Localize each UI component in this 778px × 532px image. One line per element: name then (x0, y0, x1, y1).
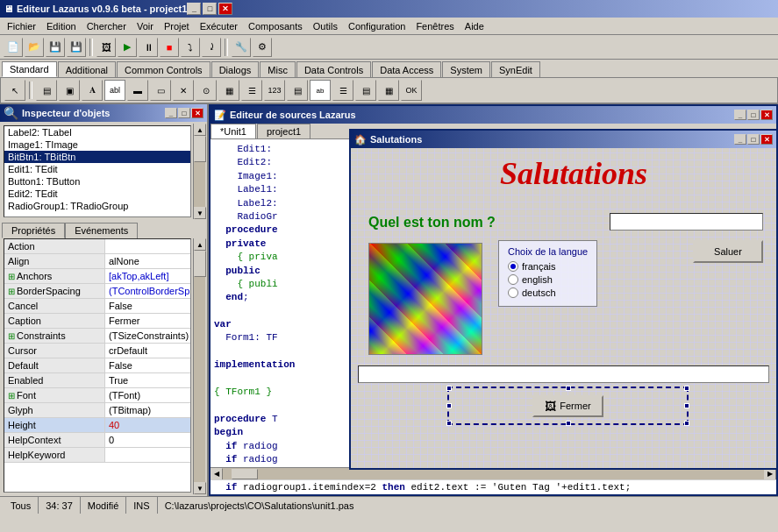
scroll-down[interactable]: ▼ (194, 207, 206, 219)
step-button[interactable]: ⤵ (181, 38, 200, 57)
comp-1[interactable]: ▤ (36, 80, 57, 101)
stop-button[interactable]: ■ (160, 38, 179, 57)
menu-configuration[interactable]: Configuration (343, 19, 410, 33)
close-button[interactable]: 🖼 Fermer (532, 395, 603, 417)
menu-outils[interactable]: Outils (308, 19, 343, 33)
tab-standard[interactable]: Standard (2, 61, 57, 77)
prop-helpkeyword-value[interactable] (105, 448, 190, 462)
tab-evenements[interactable]: Evénements (65, 223, 138, 238)
menu-projet[interactable]: Projet (159, 19, 195, 33)
tab-proprietes[interactable]: Propriétés (2, 223, 65, 238)
comp-17[interactable]: OK (401, 80, 422, 101)
menu-executer[interactable]: Exécuter (195, 19, 243, 33)
run-button[interactable]: ▶ (118, 38, 137, 57)
source-maximize[interactable]: □ (747, 110, 760, 120)
prop-glyph-value[interactable]: (TBitmap) (105, 403, 190, 417)
step-over-button[interactable]: ⤸ (202, 38, 221, 57)
comp-3[interactable]: 𝐀 (82, 80, 103, 101)
prop-cursor-value[interactable]: crDefault (105, 344, 190, 358)
tab-project1[interactable]: project1 (257, 124, 310, 138)
save-button[interactable]: 💾 (46, 38, 65, 57)
save-all-button[interactable]: 💾 (67, 38, 86, 57)
prop-caption-value[interactable]: Fermer (105, 314, 190, 328)
menu-voir[interactable]: Voir (132, 19, 159, 33)
new-button[interactable]: 📄 (4, 38, 23, 57)
props-scroll-down[interactable]: ▼ (194, 482, 206, 494)
comp-13[interactable]: ab (310, 80, 331, 101)
props-scrollbar[interactable]: ▲ ▼ (193, 238, 205, 494)
prop-height-value[interactable]: 40 (105, 418, 190, 432)
inspector-maximize[interactable]: □ (178, 108, 190, 118)
radio-francais[interactable]: français (508, 261, 588, 272)
toggle-form-button[interactable]: 🖼 (96, 38, 116, 57)
name-input[interactable] (610, 213, 763, 231)
menu-chercher[interactable]: Chercher (82, 19, 132, 33)
comp-4[interactable]: abl (104, 80, 125, 101)
comp-2[interactable]: ▣ (59, 80, 80, 101)
maximize-button[interactable]: □ (203, 3, 217, 15)
tab-misc[interactable]: Misc (260, 61, 296, 77)
radio-english[interactable]: english (508, 274, 588, 285)
obj-label2[interactable]: Label2: TLabel (4, 126, 190, 138)
radio-english-circle[interactable] (508, 274, 518, 285)
tab-synedit[interactable]: SynEdit (491, 61, 540, 77)
scroll-thumb[interactable] (194, 136, 206, 162)
tab-additional[interactable]: Additional (58, 61, 116, 77)
tab-data-controls[interactable]: Data Controls (296, 61, 371, 77)
prop-enabled-value[interactable]: True (105, 373, 190, 387)
form-maximize[interactable]: □ (747, 134, 760, 145)
menu-fichier[interactable]: Fichier (2, 19, 41, 33)
scroll-left[interactable]: ◀ (211, 468, 223, 480)
menu-fenetres[interactable]: Fenêtres (410, 19, 459, 33)
tab-data-access[interactable]: Data Access (372, 61, 441, 77)
cursor-icon[interactable]: ↖ (4, 80, 25, 101)
prop-action-value[interactable] (105, 239, 190, 253)
inspector-minimize[interactable]: _ (165, 108, 177, 118)
comp-10[interactable]: ☰ (241, 80, 262, 101)
comp-5[interactable]: ▬ (127, 80, 148, 101)
obj-bitbtn1[interactable]: BitBtn1: TBitBtn (4, 151, 190, 163)
comp-8[interactable]: ⊙ (196, 80, 217, 101)
tb-btn-8[interactable]: 🔧 (232, 38, 251, 57)
comp-16[interactable]: ▦ (378, 80, 399, 101)
radio-deutsch[interactable]: deutsch (508, 287, 588, 298)
prop-default-value[interactable]: False (105, 358, 190, 372)
prop-borderspacing-value[interactable]: (TControlBorderSp (105, 284, 190, 298)
object-list[interactable]: Label2: TLabel Image1: TImage BitBtn1: T… (4, 125, 191, 217)
props-scroll-thumb[interactable] (194, 251, 206, 277)
comp-11[interactable]: 123 (264, 80, 285, 101)
source-minimize[interactable]: _ (734, 110, 746, 120)
obj-edit1[interactable]: Edit1: TEdit (4, 163, 190, 175)
scroll-up[interactable]: ▲ (194, 124, 206, 136)
open-button[interactable]: 📂 (25, 38, 44, 57)
comp-14[interactable]: ☰ (332, 80, 353, 101)
prop-helpcontext-value[interactable]: 0 (105, 433, 190, 447)
inspector-close[interactable]: ✕ (191, 108, 203, 118)
tab-system[interactable]: System (442, 61, 490, 77)
obj-image1[interactable]: Image1: TImage (4, 138, 190, 151)
object-list-scrollbar[interactable]: ▲ ▼ (193, 124, 205, 219)
radio-francais-circle[interactable] (508, 261, 518, 272)
minimize-button[interactable]: _ (187, 3, 201, 15)
prop-align-value[interactable]: alNone (105, 254, 190, 268)
menu-edition[interactable]: Edition (41, 19, 82, 33)
tab-unit1[interactable]: *Unit1 (211, 124, 256, 138)
menu-aide[interactable]: Aide (460, 19, 489, 33)
comp-12[interactable]: ▤ (287, 80, 308, 101)
obj-edit2[interactable]: Edit2: TEdit (4, 188, 190, 200)
prop-cancel-value[interactable]: False (105, 299, 190, 313)
hscroll-thumb[interactable] (232, 469, 258, 479)
obj-radiogroup1[interactable]: RadioGroup1: TRadioGroup (4, 200, 190, 212)
form-minimize[interactable]: _ (734, 134, 746, 145)
pause-button[interactable]: ⏸ (139, 38, 158, 57)
tb-btn-9[interactable]: ⚙ (253, 38, 272, 57)
comp-15[interactable]: ▤ (355, 80, 376, 101)
form-close[interactable]: ✕ (760, 134, 773, 145)
source-close[interactable]: ✕ (760, 110, 773, 120)
tab-common-controls[interactable]: Common Controls (117, 61, 211, 77)
comp-9[interactable]: ▦ (218, 80, 239, 101)
comp-6[interactable]: ▭ (150, 80, 171, 101)
prop-anchors-value[interactable]: [akTop,akLeft] (105, 269, 190, 283)
prop-constraints-value[interactable]: (TSizeConstraints) (105, 329, 190, 343)
saluer-button[interactable]: Saluer (693, 240, 763, 263)
